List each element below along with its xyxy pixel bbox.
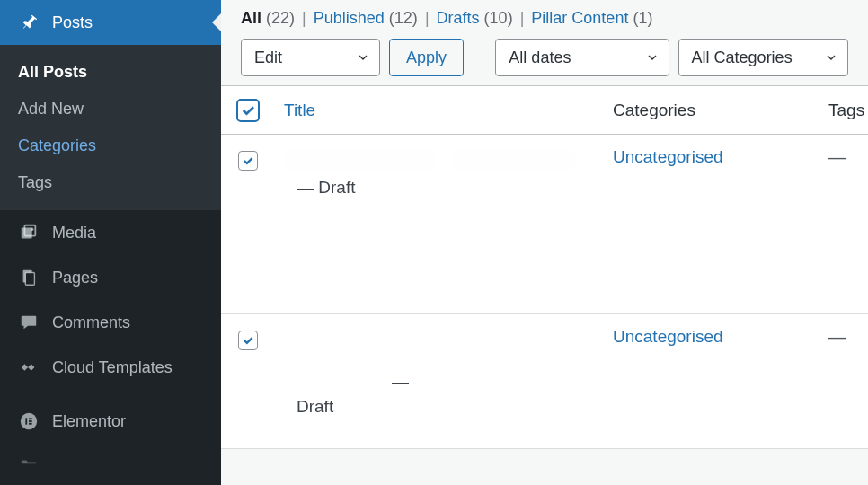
post-status-filters: All (22) | Published (12) | Drafts (10) …	[221, 0, 868, 33]
svg-point-2	[31, 228, 34, 232]
tags-column-header[interactable]: Tags	[828, 101, 868, 120]
post-status-prefix: —	[392, 372, 409, 391]
sidebar-label: Media	[52, 224, 96, 242]
cloud-templates-icon	[18, 357, 40, 378]
apply-button[interactable]: Apply	[389, 39, 464, 76]
sidebar-label: Cloud Templates	[52, 358, 173, 377]
table-row: — Draft Uncategorised —	[221, 314, 868, 449]
tags-value: —	[828, 147, 846, 167]
category-link[interactable]: Uncategorised	[613, 327, 723, 346]
redacted-title	[284, 147, 437, 171]
svg-rect-9	[29, 423, 32, 425]
sidebar-label: Pages	[52, 269, 98, 287]
chevron-down-icon	[824, 50, 838, 65]
date-filter-select[interactable]: All dates	[495, 39, 669, 76]
sidebar-submenu: All Posts Add New Categories Tags	[0, 45, 221, 210]
sidebar-label: Elementor	[52, 412, 126, 431]
admin-sidebar: Posts All Posts Add New Categories Tags …	[0, 0, 221, 485]
category-filter-select[interactable]: All Categories	[678, 39, 848, 76]
categories-column-header[interactable]: Categories	[613, 101, 828, 120]
filter-pillar-content[interactable]: Pillar Content (1)	[531, 9, 652, 27]
filter-all[interactable]: All	[241, 9, 261, 27]
pin-icon	[18, 12, 40, 33]
svg-rect-6	[25, 418, 27, 424]
svg-rect-4	[25, 273, 34, 286]
tags-value: —	[828, 327, 846, 347]
filter-drafts[interactable]: Drafts (10)	[437, 9, 513, 27]
title-cell[interactable]: — Draft	[275, 147, 613, 301]
sidebar-label: Posts	[52, 13, 93, 32]
pages-icon	[18, 267, 40, 288]
elementor-icon	[18, 410, 40, 432]
svg-rect-7	[29, 418, 32, 419]
sidebar-item-comments[interactable]: Comments	[0, 300, 221, 345]
row-checkbox[interactable]	[238, 331, 258, 350]
post-status: — Draft	[284, 178, 604, 198]
bulk-action-select[interactable]: Edit	[241, 39, 380, 76]
sidebar-item-pages[interactable]: Pages	[0, 255, 221, 300]
submenu-add-new[interactable]: Add New	[0, 91, 221, 128]
folder-icon	[18, 455, 40, 477]
title-column-header[interactable]: Title	[284, 101, 315, 119]
media-icon	[18, 222, 40, 243]
svg-rect-8	[29, 420, 32, 422]
select-all-checkbox[interactable]	[236, 99, 260, 122]
filter-published[interactable]: Published (12)	[314, 9, 418, 27]
chevron-down-icon	[645, 50, 660, 65]
sidebar-item-media[interactable]: Media	[0, 210, 221, 255]
table-header-row: Title Categories Tags	[221, 86, 868, 135]
main-content: All (22) | Published (12) | Drafts (10) …	[221, 0, 868, 485]
redacted-title	[451, 147, 577, 171]
posts-table: Title Categories Tags — Draft Uncategori…	[221, 85, 868, 449]
post-status-word: Draft	[297, 397, 333, 416]
sidebar-item-elementor[interactable]: Elementor	[0, 399, 221, 444]
comments-icon	[18, 312, 40, 333]
submenu-all-posts[interactable]: All Posts	[0, 54, 221, 91]
submenu-categories[interactable]: Categories	[0, 128, 221, 164]
sidebar-item-cloud-templates[interactable]: Cloud Templates	[0, 345, 221, 390]
table-row: — Draft Uncategorised —	[221, 135, 868, 314]
sidebar-label: Comments	[52, 313, 130, 332]
title-cell[interactable]: — Draft	[275, 327, 613, 436]
sidebar-item-partial[interactable]	[0, 444, 221, 485]
row-checkbox[interactable]	[238, 151, 258, 171]
chevron-down-icon	[356, 50, 370, 65]
submenu-tags[interactable]: Tags	[0, 164, 221, 201]
sidebar-item-posts[interactable]: Posts	[0, 0, 221, 45]
category-link[interactable]: Uncategorised	[613, 147, 723, 166]
bulk-actions-bar: Edit Apply All dates All Categories	[221, 33, 868, 85]
